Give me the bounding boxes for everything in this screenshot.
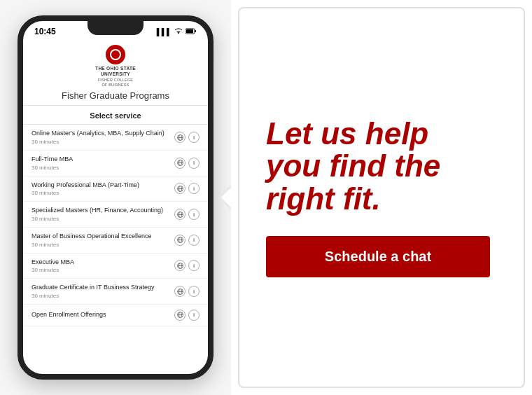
list-item[interactable]: Open Enrollment Offerings i [23,305,208,326]
fisher-name: Fisher College of Business [98,78,133,88]
svg-rect-1 [186,29,193,33]
info-icon[interactable]: i [188,310,200,321]
info-icon[interactable]: i [188,209,200,220]
info-icon[interactable]: i [188,183,200,194]
globe-icon[interactable] [174,286,186,297]
service-section-header: Select service [23,106,208,125]
info-icon[interactable]: i [188,235,200,246]
globe-icon[interactable] [174,260,186,271]
info-icon[interactable]: i [188,132,200,143]
globe-icon[interactable] [174,235,186,246]
battery-icon [186,28,197,36]
wifi-icon [174,28,183,36]
signal-icon: ▌▌▌ [157,28,172,36]
list-item[interactable]: Specialized Masters (HR, Finance, Accoun… [23,202,208,228]
service-section: Select service Online Master's (Analytic… [23,106,208,374]
list-item[interactable]: Master of Business Operational Excellenc… [23,228,208,254]
status-time: 10:45 [34,27,56,36]
list-item[interactable]: Executive MBA 30 minutes i [23,254,208,279]
info-icon[interactable]: i [188,158,200,169]
phone-content: The Ohio State University Fisher College… [23,39,208,374]
svg-rect-2 [195,30,197,32]
list-item[interactable]: Working Professional MBA (Part-Time) 30 … [23,176,208,202]
globe-icon[interactable] [174,183,186,194]
status-icons: ▌▌▌ [157,28,197,36]
app-title: Fisher Graduate Programs [62,90,169,101]
app-header: The Ohio State University Fisher College… [23,39,208,106]
globe-icon[interactable] [174,310,186,321]
headline: Let us help you find the right fit. [266,118,440,215]
info-icon[interactable]: i [188,260,200,271]
service-list: Online Master's (Analytics, MBA, Supply … [23,125,208,374]
phone-notch [88,21,144,35]
right-panel: Let us help you find the right fit. Sche… [231,0,532,395]
list-item[interactable]: Full-Time MBA 30 minutes i [23,151,208,176]
left-panel: 10:45 ▌▌▌ The Ohio State [0,0,231,395]
globe-icon[interactable] [174,158,186,169]
globe-icon[interactable] [174,209,186,220]
schedule-chat-button[interactable]: Schedule a chat [266,236,490,277]
list-item[interactable]: Graduate Certificate in IT Business Stra… [23,279,208,305]
info-icon[interactable]: i [188,286,200,297]
osu-oval-icon [106,45,125,64]
osu-logo: The Ohio State University Fisher College… [95,45,136,88]
university-name: The Ohio State University [95,66,136,78]
globe-icon[interactable] [174,132,186,143]
list-item[interactable]: Online Master's (Analytics, MBA, Supply … [23,125,208,151]
phone-mockup: 10:45 ▌▌▌ The Ohio State [18,15,214,380]
